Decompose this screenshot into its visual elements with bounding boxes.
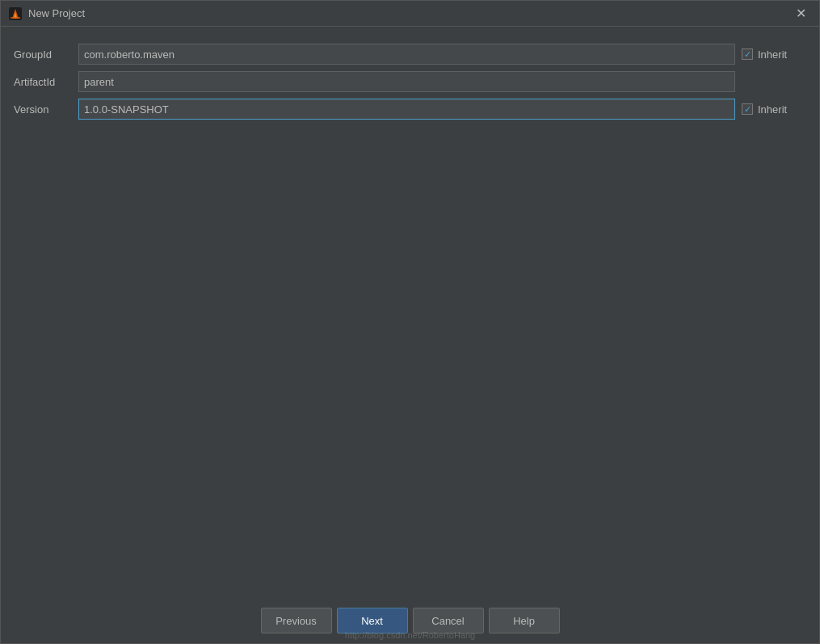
group-id-checkmark: ✓	[744, 50, 751, 59]
title-bar-left: New Project	[9, 7, 85, 20]
app-icon	[9, 7, 22, 20]
artifact-id-input[interactable]	[78, 71, 735, 92]
previous-button[interactable]: Previous	[261, 608, 332, 633]
version-inherit-label: Inherit	[758, 103, 787, 116]
content-area: GroupId ✓ Inherit ArtifactId Inherit Ver…	[1, 27, 819, 598]
version-inherit-checkbox[interactable]: ✓	[742, 103, 753, 115]
content-spacer	[14, 125, 806, 585]
group-id-inherit-checkbox[interactable]: ✓	[742, 48, 753, 60]
group-id-label: GroupId	[14, 48, 78, 61]
next-button[interactable]: Next	[337, 608, 408, 633]
title-bar: New Project ✕	[1, 1, 819, 27]
group-id-row: GroupId ✓ Inherit	[14, 43, 806, 65]
version-inherit-container: ✓ Inherit	[742, 103, 806, 116]
version-checkmark: ✓	[744, 105, 751, 114]
cancel-button[interactable]: Cancel	[413, 608, 484, 633]
window-title: New Project	[28, 7, 85, 19]
group-id-inherit-label: Inherit	[758, 48, 787, 61]
version-row: Version ✓ Inherit	[14, 98, 806, 120]
version-input[interactable]	[78, 99, 735, 120]
dialog-window: New Project ✕ GroupId ✓ Inherit Artifact…	[0, 0, 820, 644]
close-button[interactable]: ✕	[791, 6, 811, 22]
artifact-id-row: ArtifactId Inherit	[14, 70, 806, 93]
group-id-inherit-container: ✓ Inherit	[742, 48, 806, 61]
version-label: Version	[14, 103, 78, 116]
button-bar: Previous Next Cancel Help	[1, 598, 819, 643]
help-button[interactable]: Help	[489, 608, 560, 633]
svg-rect-3	[11, 17, 20, 19]
artifact-id-label: ArtifactId	[14, 76, 78, 88]
group-id-input[interactable]	[78, 44, 735, 65]
